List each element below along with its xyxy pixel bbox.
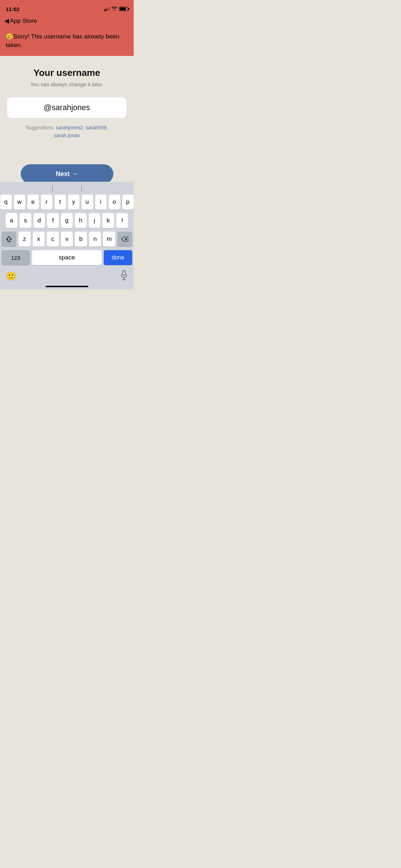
error-emoji: 😢 bbox=[6, 33, 13, 40]
keyboard-handle-left bbox=[52, 185, 53, 192]
wifi-icon bbox=[112, 6, 117, 12]
next-button[interactable]: Next → bbox=[21, 164, 113, 184]
key-m[interactable]: m bbox=[103, 232, 115, 247]
key-y[interactable]: y bbox=[68, 195, 79, 210]
suggestion-3[interactable]: sarah.jonas bbox=[54, 133, 79, 138]
suggestion-2[interactable]: sarah598 bbox=[86, 125, 107, 130]
key-s[interactable]: s bbox=[20, 213, 31, 228]
key-r[interactable]: r bbox=[41, 195, 52, 210]
key-u[interactable]: u bbox=[82, 195, 93, 210]
key-v[interactable]: v bbox=[61, 232, 73, 247]
key-z[interactable]: z bbox=[19, 232, 31, 247]
page-title: Your username bbox=[34, 67, 100, 78]
status-time: 11:02 bbox=[6, 6, 19, 12]
keyboard-handle-right bbox=[81, 185, 82, 192]
key-q[interactable]: q bbox=[0, 195, 12, 210]
battery-icon bbox=[119, 7, 128, 11]
emoji-button[interactable]: 🙂 bbox=[6, 271, 16, 281]
key-i[interactable]: i bbox=[95, 195, 107, 210]
error-banner: 😢Sorry! This username has already been t… bbox=[0, 28, 134, 56]
username-value: @sarahjones bbox=[44, 103, 90, 112]
suggestion-1[interactable]: sarahjones2 bbox=[56, 125, 83, 130]
signal-icon bbox=[104, 7, 110, 11]
key-f[interactable]: f bbox=[47, 213, 59, 228]
key-a[interactable]: a bbox=[6, 213, 17, 228]
key-t[interactable]: t bbox=[55, 195, 66, 210]
delete-key[interactable] bbox=[117, 232, 132, 247]
keyboard-row-1: q w e r t y u i o p bbox=[0, 195, 134, 210]
status-icons bbox=[104, 6, 128, 12]
key-j[interactable]: j bbox=[89, 213, 101, 228]
key-k[interactable]: k bbox=[102, 213, 114, 228]
error-message: 😢Sorry! This username has already been t… bbox=[6, 32, 128, 50]
key-b[interactable]: b bbox=[75, 232, 87, 247]
key-d[interactable]: d bbox=[34, 213, 45, 228]
key-g[interactable]: g bbox=[61, 213, 73, 228]
numbers-key[interactable]: 123 bbox=[1, 250, 30, 265]
back-navigation[interactable]: ◀ App Store bbox=[0, 16, 134, 28]
page-subtitle: You can always change it later. bbox=[30, 81, 103, 87]
emoji-mic-row: 🙂 bbox=[0, 267, 134, 286]
key-p[interactable]: p bbox=[122, 195, 134, 210]
back-label: App Store bbox=[10, 17, 37, 25]
home-indicator bbox=[46, 286, 88, 287]
key-n[interactable]: n bbox=[89, 232, 101, 247]
key-l[interactable]: l bbox=[116, 213, 128, 228]
keyboard-row-2: a s d f g h j k l bbox=[0, 213, 134, 228]
status-bar: 11:02 bbox=[0, 0, 134, 16]
key-x[interactable]: x bbox=[33, 232, 45, 247]
key-c[interactable]: c bbox=[47, 232, 59, 247]
back-arrow-icon: ◀ bbox=[4, 17, 9, 25]
key-o[interactable]: o bbox=[109, 195, 120, 210]
keyboard: q w e r t y u i o p a s d f g h j k l z … bbox=[0, 182, 134, 289]
key-h[interactable]: h bbox=[75, 213, 87, 228]
suggestions-text: Suggestions: sarahjones2, sarah598,sarah… bbox=[26, 124, 108, 140]
shift-key[interactable] bbox=[1, 232, 16, 247]
keyboard-row-3: z x c v b n m bbox=[0, 232, 134, 247]
keyboard-bottom-row: 123 space done bbox=[0, 250, 134, 265]
key-e[interactable]: e bbox=[27, 195, 39, 210]
keyboard-top-bar bbox=[0, 182, 134, 195]
main-content: Your username You can always change it l… bbox=[0, 56, 134, 191]
svg-rect-2 bbox=[123, 270, 125, 275]
done-key[interactable]: done bbox=[104, 250, 132, 265]
username-input-field[interactable]: @sarahjones bbox=[7, 97, 127, 118]
space-key[interactable]: space bbox=[32, 250, 102, 265]
key-w[interactable]: w bbox=[14, 195, 25, 210]
microphone-icon[interactable] bbox=[120, 270, 128, 282]
